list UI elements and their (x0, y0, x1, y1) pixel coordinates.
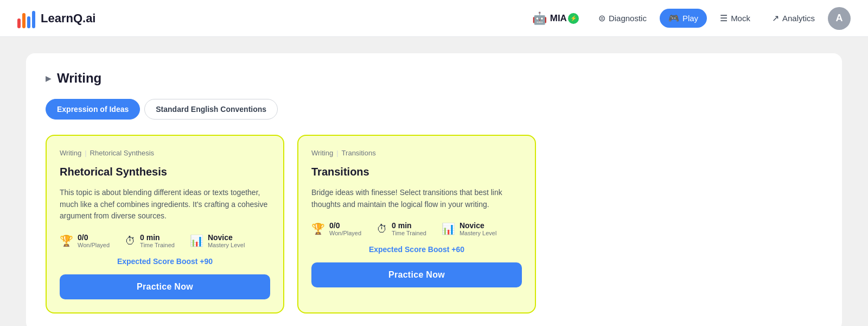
timer-icon-2: ⏱ (376, 223, 387, 235)
mastery-icon-2: 📊 (442, 222, 455, 235)
stat-time-value: 0 min (140, 233, 175, 242)
card-1-category: Writing (60, 149, 81, 157)
mia-robot-icon: 🤖 (532, 11, 547, 26)
card-1-topic: Rhetorical Synthesis (90, 149, 155, 157)
logo-text: LearnQ.ai (41, 11, 95, 26)
mia-label: MIA (550, 13, 567, 24)
user-avatar[interactable]: A (828, 7, 851, 30)
card-1-stats: 🏆 0/0 Won/Played ⏱ 0 min Time Trained (60, 233, 270, 248)
card-2-stats: 🏆 0/0 Won/Played ⏱ 0 min Time Trained (311, 221, 522, 236)
stat-mastery-value: Novice (208, 233, 245, 242)
diagnostic-icon: ⊜ (598, 13, 605, 23)
card-1-sep: | (85, 149, 86, 157)
nav-diagnostic[interactable]: ⊜ Diagnostic (590, 9, 655, 28)
trophy-icon: 🏆 (60, 234, 73, 247)
card-1-score-boost[interactable]: Expected Score Boost +90 (60, 257, 270, 266)
page-container: ▶ Writing Expression of Ideas Standard E… (26, 53, 842, 326)
mastery-icon: 📊 (190, 234, 203, 247)
card-2-score-boost[interactable]: Expected Score Boost +60 (311, 245, 522, 254)
tabs-container: Expression of Ideas Standard English Con… (46, 99, 822, 120)
analytics-icon: ↗ (772, 13, 779, 23)
nav-analytics[interactable]: ↗ Analytics (763, 9, 824, 28)
nav-play[interactable]: 🎮 Play (660, 9, 707, 28)
card-1-title: Rhetorical Synthesis (60, 166, 270, 178)
stat-time-label: Time Trained (140, 242, 175, 248)
breadcrumb: ▶ Writing (46, 71, 822, 86)
mock-icon: ☰ (720, 13, 727, 23)
stat2-mastery-value: Novice (459, 221, 496, 230)
card-rhetorical-synthesis: Writing | Rhetorical Synthesis Rhetorica… (46, 135, 284, 314)
mia-button[interactable]: 🤖 MIA ⚡ (526, 8, 585, 29)
timer-icon: ⏱ (125, 235, 136, 247)
card-1-stat-mastery: 📊 Novice Mastery Level (190, 233, 245, 248)
tab-standard-english[interactable]: Standard English Conventions (144, 99, 278, 120)
card-transitions: Writing | Transitions Transitions Bridge… (297, 135, 536, 314)
card-2-category: Writing (311, 149, 333, 157)
stat2-mastery-label: Mastery Level (459, 230, 496, 236)
stat2-time-value: 0 min (392, 221, 426, 230)
stat2-won-label: Won/Played (329, 230, 361, 236)
tab-expression-of-ideas[interactable]: Expression of Ideas (46, 99, 140, 120)
stat2-won-value: 0/0 (329, 221, 361, 230)
page-title: Writing (57, 71, 101, 86)
play-icon: 🎮 (668, 13, 679, 23)
stat-won-label: Won/Played (78, 242, 110, 248)
main-content: ▶ Writing Expression of Ideas Standard E… (0, 37, 868, 326)
card-1-meta: Writing | Rhetorical Synthesis (60, 149, 270, 157)
card-2-stat-mastery: 📊 Novice Mastery Level (442, 221, 496, 236)
card-1-stat-time: ⏱ 0 min Time Trained (125, 233, 175, 248)
card-2-title: Transitions (311, 166, 522, 178)
nav-mock[interactable]: ☰ Mock (711, 9, 759, 28)
stat-mastery-label: Mastery Level (208, 242, 245, 248)
nav-analytics-label: Analytics (782, 14, 815, 23)
stat2-time-label: Time Trained (392, 230, 426, 236)
nav: 🤖 MIA ⚡ ⊜ Diagnostic 🎮 Play ☰ Mock ↗ Ana… (526, 7, 851, 30)
card-1-description: This topic is about blending different i… (60, 187, 270, 222)
card-2-meta: Writing | Transitions (311, 149, 522, 157)
card-2-practice-button[interactable]: Practice Now (311, 262, 522, 287)
logo[interactable]: LearnQ.ai (17, 9, 95, 28)
card-1-stat-won: 🏆 0/0 Won/Played (60, 233, 110, 248)
nav-play-label: Play (682, 14, 698, 23)
card-2-stat-won: 🏆 0/0 Won/Played (311, 221, 361, 236)
trophy-icon-2: 🏆 (311, 222, 325, 235)
card-1-practice-button[interactable]: Practice Now (60, 274, 270, 299)
stat-won-value: 0/0 (78, 233, 110, 242)
card-2-topic: Transitions (342, 149, 376, 157)
mia-badge: ⚡ (568, 13, 579, 24)
nav-mock-label: Mock (731, 14, 750, 23)
cards-grid: Writing | Rhetorical Synthesis Rhetorica… (46, 135, 822, 314)
logo-icon (17, 9, 35, 28)
card-2-description: Bridge ideas with finesse! Select transi… (311, 187, 522, 210)
card-2-stat-time: ⏱ 0 min Time Trained (376, 221, 426, 236)
nav-diagnostic-label: Diagnostic (609, 14, 647, 23)
breadcrumb-arrow-icon: ▶ (46, 74, 52, 83)
card-2-sep: | (336, 149, 338, 157)
header: LearnQ.ai 🤖 MIA ⚡ ⊜ Diagnostic 🎮 Play ☰ … (0, 0, 868, 37)
